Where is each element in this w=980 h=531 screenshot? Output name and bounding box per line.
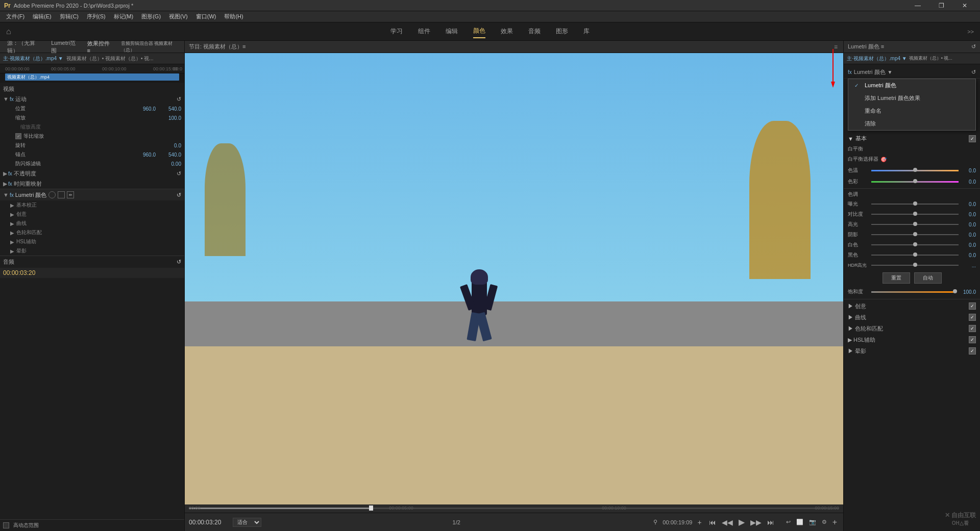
add-marker-btn[interactable]: + [695,517,703,527]
menu-view[interactable]: 视图(V) [165,11,192,22]
step-back-btn[interactable]: ◀◀ [720,517,735,527]
exposure-track[interactable] [871,204,959,205]
tab-library[interactable]: 库 [583,25,590,38]
saturation-track[interactable] [871,291,955,293]
lumetri-fx-reset[interactable]: ↺ [971,69,976,75]
menu-help[interactable]: 帮助(H) [220,11,247,22]
close-button[interactable]: ✕ [953,0,976,11]
hdr-thumb[interactable] [913,263,917,267]
tab-graphics[interactable]: 图形 [556,25,568,38]
anchor-x[interactable]: 960.0 [130,152,156,158]
color-tint-track[interactable] [871,181,959,183]
minimize-button[interactable]: — [906,0,929,11]
exposure-thumb[interactable] [913,201,917,206]
basic-enabled-checkbox[interactable] [969,135,976,142]
vignette-section-label[interactable]: ▶ 晕影 [848,347,866,355]
lumetri-fx-row[interactable]: fx Lumetri 颜色 ▼ ↺ [844,66,980,79]
loop-btn[interactable]: ↩ [784,518,793,526]
highlights-track[interactable] [871,224,959,225]
step-fwd-btn[interactable]: ▶▶ [748,517,764,527]
restore-button[interactable]: ❐ [930,0,952,11]
menu-sequence[interactable]: 序列(S) [83,11,110,22]
curves-subsection[interactable]: ▶ 曲线 [0,219,184,228]
tab-color[interactable]: 颜色 [473,24,485,38]
menu-edit[interactable]: 编辑(E) [29,11,56,22]
hsl-section-label[interactable]: ▶ HSL辅助 [848,336,875,344]
progress-bar[interactable]: 00:00 00:00:05:00 00:00:10:00 00:00:15:0… [185,504,843,513]
menu-clip[interactable]: 剪辑(C) [56,11,83,22]
menu-marker[interactable]: 标记(M) [110,11,138,22]
color-wheels-enabled[interactable] [969,325,976,332]
settings-btn[interactable]: ⚙ [820,518,829,526]
vignette-enabled[interactable] [969,347,976,355]
color-tint-thumb[interactable] [913,179,917,183]
color-temp-thumb[interactable] [913,168,917,172]
creative-enabled[interactable] [969,302,976,310]
menu-file[interactable]: 文件(F) [2,11,29,22]
motion-reset-icon[interactable]: ↺ [177,96,181,103]
tab-editing[interactable]: 编辑 [446,25,458,38]
time-remap-section-header[interactable]: ▶ fx 时间重映射 [0,179,184,189]
program-settings-btn[interactable]: ≡ [832,43,839,51]
ctx-add-lumetri[interactable]: 添加 Lumetri 颜色效果 [848,92,975,105]
motion-section-header[interactable]: ▼ fx 运动 ↺ [0,94,184,104]
tab-audio[interactable]: 音频 [528,25,541,38]
clip-bar[interactable]: 视频素材（总）.mp4 [5,73,179,81]
position-y[interactable]: 540.0 [156,106,181,112]
lumetri-panel-reset[interactable]: ↺ [971,43,976,50]
zoom-in-btn[interactable]: ⚲ [651,518,659,526]
highlights-thumb[interactable] [913,222,917,226]
circle-mask-icon[interactable] [48,191,56,198]
anti-flicker-value[interactable]: 0.00 [156,161,181,167]
basic-correction-subsection[interactable]: ▶ 基本校正 [0,200,184,210]
wb-eyedropper[interactable]: 🎯 [880,157,887,162]
tab-study[interactable]: 学习 [390,25,403,38]
position-x[interactable]: 960.0 [130,106,156,112]
fit-select[interactable]: 适合 25% 50% 100% [233,518,261,527]
shadows-track[interactable] [871,234,959,235]
tab-assembly[interactable]: 组件 [418,25,430,38]
lumetri-dropdown-btn[interactable]: ▼ [888,69,893,75]
basic-section-title[interactable]: ▼ 基本 [844,133,980,144]
creative-subsection[interactable]: ▶ 创意 [0,210,184,219]
ctx-clear[interactable]: 清除 [848,117,975,130]
hdr-track[interactable] [871,265,959,266]
safe-margins-btn[interactable]: ⬜ [794,518,805,526]
lumetri-section-header[interactable]: ▼ fx Lumetri 颜色 ✏ ↺ [0,189,184,200]
play-btn[interactable]: ▶ [737,516,747,528]
rotation-value[interactable]: 0.0 [156,143,181,148]
video-section-header[interactable]: 视频 [0,84,184,94]
curves-enabled[interactable] [969,314,976,321]
blacks-track[interactable] [871,255,959,256]
pen-mask-icon[interactable]: ✏ [67,191,74,198]
auto-button[interactable]: 自动 [914,272,942,284]
lc-reset-icon[interactable]: ↺ [177,192,181,198]
fullscreen-btn[interactable]: + [830,517,839,528]
hd-checkbox[interactable] [3,522,9,528]
more-workspaces[interactable]: >> [967,29,974,35]
ctx-lumetri-color[interactable]: ✓ Lumetri 颜色 [848,79,975,92]
color-wheels-subsection[interactable]: ▶ 色轮和匹配 [0,228,184,237]
ctx-rename[interactable]: 重命名 [848,105,975,117]
camera-btn[interactable]: 📷 [807,518,818,526]
color-wheels-section-label[interactable]: ▶ 色轮和匹配 [848,325,883,333]
saturation-thumb[interactable] [953,289,957,293]
opacity-reset-icon[interactable]: ↺ [177,170,181,177]
contrast-track[interactable] [871,214,959,215]
scale-value[interactable]: 100.0 [156,115,181,121]
whites-thumb[interactable] [913,242,917,246]
menu-graphics[interactable]: 图形(G) [137,11,165,22]
shadows-thumb[interactable] [913,232,917,236]
home-button[interactable]: ⌂ [6,27,11,36]
hsl-enabled[interactable] [969,336,976,343]
tab-effect-controls[interactable]: 效果控件 ≡ [84,39,114,55]
square-mask-icon[interactable] [58,191,65,198]
contrast-thumb[interactable] [913,212,917,216]
whites-track[interactable] [871,244,959,245]
tab-effects[interactable]: 效果 [501,25,513,38]
mark-out-btn[interactable]: ⏭ [765,517,776,527]
opacity-section-header[interactable]: ▶ fx 不透明度 ↺ [0,168,184,179]
color-temp-track[interactable] [871,170,959,171]
audio-expand[interactable]: ↺ [177,259,181,265]
vignette-subsection[interactable]: ▶ 晕影 [0,246,184,256]
